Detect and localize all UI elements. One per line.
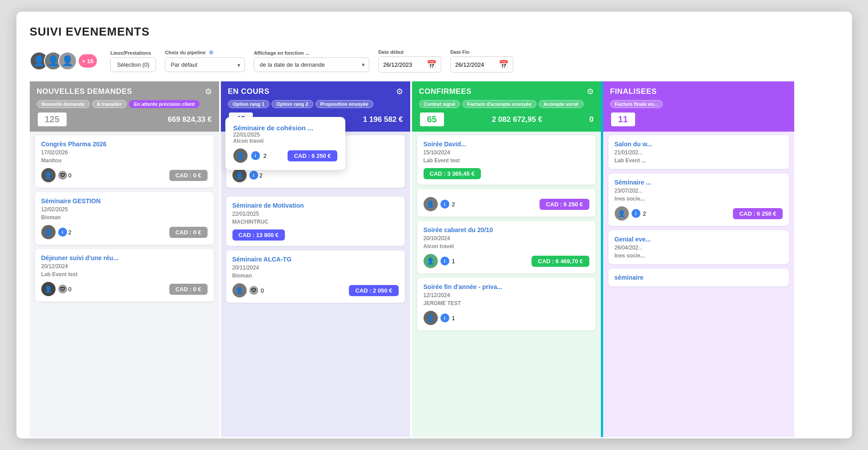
badge-count: 1 xyxy=(452,258,455,265)
popup-date: 22/01/2025 xyxy=(233,132,337,138)
tag-option-rang-2[interactable]: Option rang 2 xyxy=(272,100,313,108)
card-soiree-cabaret[interactable]: Soirée cabaret du 20/10 20/10/2024 Alcon… xyxy=(417,221,596,273)
card-dejeuner[interactable]: Déjeuner suivi d'une réu... 20/12/2024 L… xyxy=(35,249,214,301)
card-title[interactable]: Salon du w... xyxy=(615,141,783,148)
col-body-nouvelles: Congrès Pharma 2026 17/02/2026 Manitou 👤… xyxy=(30,132,219,437)
app-window: SUIVI EVENEMENTS 👤 👤 👤 + 16 Lieux/Presta… xyxy=(16,12,852,438)
shield-icon: 🛡 xyxy=(58,171,67,180)
card-unnamed[interactable]: 👤 i 2 CAD : 6 250 € xyxy=(417,189,596,217)
card-date: 15/10/2024 xyxy=(424,149,589,156)
date-debut-input[interactable] xyxy=(383,61,423,68)
card-title[interactable]: Séminaire de Motivation xyxy=(232,202,399,209)
card-amount: CAD : 0 € xyxy=(169,170,208,181)
card-seminaire-gestion[interactable]: Séminaire GESTION 12/02/2025 Bioman 👤 i … xyxy=(35,192,214,245)
card-congres-pharma[interactable]: Congrès Pharma 2026 17/02/2026 Manitou 👤… xyxy=(35,135,214,188)
col-gear-en-cours[interactable]: ⚙ xyxy=(396,87,403,96)
card-avatar-group: 👤 i 2 xyxy=(424,197,455,211)
shield-icon: 🛡 xyxy=(249,286,258,295)
date-fin-input-wrapper: 📅 xyxy=(450,56,513,72)
card-title[interactable]: Congrès Pharma 2026 xyxy=(41,141,208,148)
card-footer: 👤 🛡 0 CAD : 0 € xyxy=(41,282,208,296)
avatar: 👤 xyxy=(232,283,247,297)
card-genial-eve[interactable]: Genial eve... 26/04/202... Ines socie... xyxy=(608,230,789,264)
info-icon: i xyxy=(58,228,67,237)
card-date: 26/04/202... xyxy=(615,245,783,251)
calendar-fin-icon[interactable]: 📅 xyxy=(499,60,508,69)
badge-count: 1 xyxy=(452,315,455,321)
card-amount: CAD : 6 250 € xyxy=(540,199,589,210)
card-avatar-group: 👤 🛡 0 xyxy=(41,282,72,296)
card-salon-du-w[interactable]: Salon du w... 21/01/202... Lab Event ... xyxy=(608,135,789,169)
calendar-debut-icon[interactable]: 📅 xyxy=(427,60,436,69)
avatar: 👤 xyxy=(424,197,438,211)
card-avatar-group: 👤 🛡 0 xyxy=(232,283,264,297)
date-debut-label: Date début xyxy=(378,49,441,55)
pipeline-select-wrapper: Par défaut xyxy=(165,57,245,72)
card-date: 20/11/2024 xyxy=(232,265,399,271)
card-date: 12/02/2025 xyxy=(41,206,208,213)
affichage-select-wrapper: de la date de la demande xyxy=(254,57,369,72)
affichage-select[interactable]: de la date de la demande xyxy=(254,57,369,72)
card-seminaire-small[interactable]: séminaire xyxy=(608,269,789,286)
card-avatar-group: 👤 i 2 xyxy=(232,168,263,182)
card-title[interactable]: Soirée cabaret du 20/10 xyxy=(424,226,589,233)
column-en-cours: EN COURS ⚙ Option rang 1 Option rang 2 P… xyxy=(221,81,412,437)
date-fin-group: Date Fin 📅 xyxy=(450,49,513,72)
card-title[interactable]: séminaire xyxy=(615,274,783,281)
popup-footer: 👤 i 2 CAD : 6 250 € xyxy=(233,149,337,163)
tag-proposition[interactable]: Proposition envoyée xyxy=(316,100,373,108)
filter-group: Lieux/Prestations Sélection (0) xyxy=(110,50,156,72)
card-title[interactable]: Séminaire GESTION xyxy=(41,197,208,205)
pipeline-select[interactable]: Par défaut xyxy=(165,57,245,72)
card-seminaire-alca[interactable]: Séminaire ALCA-TG 20/11/2024 Bioman 👤 🛡 … xyxy=(226,250,405,303)
card-title[interactable]: Séminaire ... xyxy=(615,179,783,186)
card-soiree-david[interactable]: Soirée David... 15/10/2024 Lab Event tes… xyxy=(417,135,596,185)
card-amount: CAD : 6 469,70 € xyxy=(532,256,589,267)
col-gear-nouvelles[interactable]: ⚙ xyxy=(205,87,212,96)
tag-facture-finale[interactable]: Facture finale en... xyxy=(610,100,663,108)
gear-icon[interactable]: ⚙ xyxy=(209,50,213,55)
avatar-more-count[interactable]: + 16 xyxy=(79,54,97,68)
tag-acompte-verse[interactable]: Acompte versé xyxy=(539,100,584,108)
card-title[interactable]: Soirée fin d'année - priva... xyxy=(424,283,589,290)
card-title[interactable]: Soirée David... xyxy=(424,141,589,148)
card-avatar-group: 👤 i 1 xyxy=(424,254,455,268)
date-fin-input[interactable] xyxy=(455,61,495,68)
tag-facture-acompte[interactable]: Facture d'acompte envoyée xyxy=(462,100,536,108)
card-seminaire-fin[interactable]: Séminaire ... 23/07/202... Ines socie...… xyxy=(608,173,789,226)
card-company: Ines socie... xyxy=(615,196,783,202)
card-title[interactable]: Séminaire ALCA-TG xyxy=(232,256,399,263)
info-icon: i xyxy=(440,200,449,209)
info-icon: i xyxy=(440,257,449,265)
card-title[interactable]: Déjeuner suivi d'une réu... xyxy=(41,254,208,261)
card-title[interactable]: Genial eve... xyxy=(615,236,783,243)
popup-seminaire-cohesion[interactable]: Séminaire de cohésion ... 22/01/2025 Alc… xyxy=(225,132,345,170)
col-body-en-cours: Spectacle de Madonna 29/11/2024 MACHINTR… xyxy=(221,132,410,437)
card-amount: CAD : 13 800 € xyxy=(232,229,285,241)
card-company: Bioman xyxy=(41,214,208,221)
affichage-label: Affichage en fonction ... xyxy=(254,50,369,56)
tag-nouvelle-demande[interactable]: Nouvelle demande xyxy=(37,100,90,108)
col-gear-confirmees[interactable]: ⚙ xyxy=(587,87,594,96)
card-seminaire-motivation[interactable]: Séminaire de Motivation 22/01/2025 MACHI… xyxy=(226,197,405,246)
card-date: 23/07/202... xyxy=(615,188,783,194)
tag-contrat-signe[interactable]: Contrat signé xyxy=(419,100,460,108)
tag-option-rang-1[interactable]: Option rang 1 xyxy=(228,100,270,108)
info-icon: i xyxy=(249,171,258,180)
avatar: 👤 xyxy=(615,206,629,221)
avatar: 👤 xyxy=(41,282,56,296)
shield-icon: 🛡 xyxy=(58,285,67,293)
tag-en-attente[interactable]: En attente précision client xyxy=(129,100,200,108)
card-footer: CAD : 13 800 € xyxy=(232,229,399,241)
tag-a-travailler[interactable]: A travailler xyxy=(92,100,127,108)
selection-button[interactable]: Sélection (0) xyxy=(110,57,156,72)
avatar-group: 👤 👤 👤 + 16 xyxy=(30,52,97,70)
col-count-nouvelles: 125 xyxy=(37,112,68,127)
badge-count: 2 xyxy=(260,172,263,179)
col-count-confirmees: 65 xyxy=(419,112,445,127)
card-company: Lab Event test xyxy=(424,157,589,164)
card-soiree-fin-annee[interactable]: Soirée fin d'année - priva... 12/12/2024… xyxy=(417,278,596,330)
card-date: 21/01/202... xyxy=(615,149,783,156)
avatar: 👤 xyxy=(424,254,438,268)
avatar: 👤 xyxy=(41,225,56,239)
